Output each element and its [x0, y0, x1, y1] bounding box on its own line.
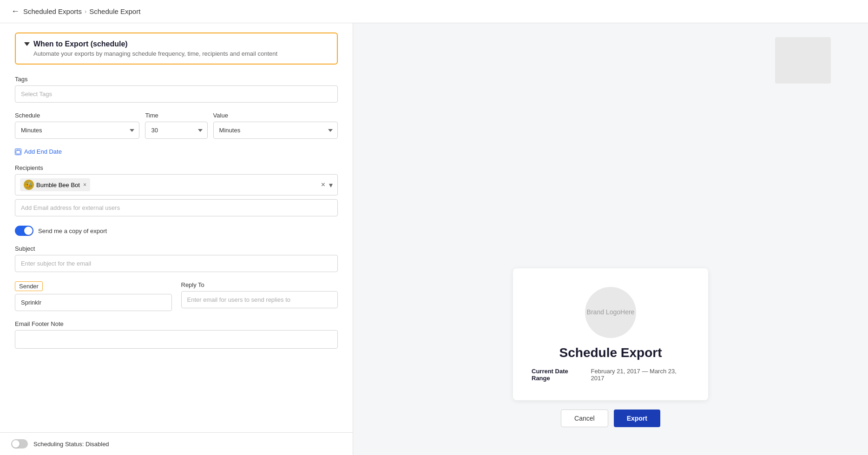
- action-buttons: Cancel Export: [561, 410, 660, 427]
- preview-date-value: February 21, 2017 — March 23, 2017: [591, 368, 690, 382]
- sender-input[interactable]: [15, 294, 172, 311]
- brand-logo-line1: Brand Logo: [587, 308, 620, 317]
- reply-to-col: Reply To: [181, 281, 338, 311]
- preview-date-row: Current Date Range February 21, 2017 — M…: [532, 368, 690, 382]
- time-label: Time: [145, 112, 207, 119]
- subject-input[interactable]: [15, 255, 338, 272]
- clear-recipients-icon[interactable]: ×: [321, 181, 325, 189]
- brand-logo: Brand Logo Here: [585, 287, 636, 338]
- preview-date-label: Current Date Range: [532, 368, 587, 382]
- schedule-label: Schedule: [15, 112, 139, 119]
- svg-rect-0: [16, 150, 20, 154]
- recipients-group: Recipients 🐝 Bumble Bee Bot × × ▾: [15, 164, 338, 216]
- copy-toggle[interactable]: [15, 226, 33, 236]
- avatar: 🐝: [24, 180, 34, 190]
- scheduling-toggle-knob: [12, 440, 20, 448]
- recipients-box[interactable]: 🐝 Bumble Bee Bot × × ▾: [15, 174, 338, 195]
- collapse-icon[interactable]: [24, 42, 30, 46]
- breadcrumb-current: Schedule Export: [89, 7, 140, 15]
- bottom-bar: Scheduling Status: Disabled: [0, 432, 353, 455]
- footer-group: Email Footer Note: [15, 320, 338, 349]
- chip-remove-button[interactable]: ×: [83, 182, 86, 188]
- recipients-label: Recipients: [15, 164, 338, 171]
- top-bar: ← Scheduled Exports › Schedule Export: [0, 0, 868, 23]
- toggle-knob: [24, 227, 33, 235]
- sender-reply-row: Sender Reply To: [15, 281, 338, 311]
- subject-group: Subject: [15, 245, 338, 272]
- footer-input[interactable]: [15, 330, 338, 349]
- add-end-date-button[interactable]: Add End Date: [15, 148, 338, 155]
- value-label: Value: [213, 112, 338, 119]
- subject-label: Subject: [15, 245, 338, 252]
- recipient-chip: 🐝 Bumble Bee Bot ×: [20, 178, 90, 191]
- right-panel: Brand Logo Here Schedule Export Current …: [353, 23, 868, 455]
- scheduling-status-label: Scheduling Status: Disabled: [33, 441, 109, 448]
- tags-input[interactable]: [15, 85, 338, 103]
- copy-toggle-row: Send me a copy of export: [15, 226, 338, 236]
- value-group: Value Minutes Hours: [213, 112, 338, 139]
- calendar-icon: [15, 149, 21, 155]
- main-layout: When to Export (schedule) Automate your …: [0, 23, 868, 455]
- recipients-controls[interactable]: × ▾: [321, 181, 333, 189]
- dropdown-icon[interactable]: ▾: [329, 181, 333, 189]
- sender-col: Sender: [15, 281, 172, 311]
- breadcrumb: Scheduled Exports › Schedule Export: [23, 7, 140, 15]
- brand-logo-line2: Here: [620, 308, 634, 317]
- copy-toggle-label: Send me a copy of export: [38, 228, 107, 234]
- section-header: When to Export (schedule) Automate your …: [15, 32, 338, 65]
- export-button[interactable]: Export: [614, 410, 660, 427]
- section-title-text: When to Export (schedule): [33, 40, 128, 48]
- recipient-name: Bumble Bee Bot: [36, 182, 80, 188]
- value-select[interactable]: Minutes Hours: [213, 122, 338, 139]
- add-end-date-label: Add End Date: [24, 148, 62, 155]
- tags-label: Tags: [15, 76, 338, 83]
- bee-emoji: 🐝: [25, 182, 33, 188]
- schedule-select[interactable]: Minutes Hours Days Weeks: [15, 122, 139, 139]
- reply-to-input[interactable]: [181, 291, 338, 308]
- tags-group: Tags: [15, 76, 338, 103]
- top-right-image: [775, 37, 831, 84]
- cancel-button[interactable]: Cancel: [561, 410, 608, 427]
- section-title-row: When to Export (schedule): [24, 40, 329, 48]
- breadcrumb-separator: ›: [85, 8, 86, 15]
- schedule-group: Schedule Minutes Hours Days Weeks: [15, 112, 139, 139]
- time-group: Time 15 30 45 60: [145, 112, 207, 139]
- preview-card: Brand Logo Here Schedule Export Current …: [513, 268, 708, 400]
- section-subtitle: Automate your exports by managing schedu…: [33, 50, 329, 57]
- breadcrumb-parent[interactable]: Scheduled Exports: [23, 7, 82, 15]
- sender-label: Sender: [15, 281, 43, 291]
- preview-title: Schedule Export: [559, 345, 662, 360]
- back-button[interactable]: ←: [11, 6, 20, 16]
- schedule-row: Schedule Minutes Hours Days Weeks Time 1…: [15, 112, 338, 139]
- external-email-input[interactable]: [15, 199, 338, 216]
- footer-label: Email Footer Note: [15, 320, 338, 327]
- time-select[interactable]: 15 30 45 60: [145, 122, 207, 139]
- scheduling-toggle[interactable]: [11, 439, 28, 448]
- reply-to-label: Reply To: [181, 281, 338, 288]
- left-panel: When to Export (schedule) Automate your …: [0, 23, 353, 455]
